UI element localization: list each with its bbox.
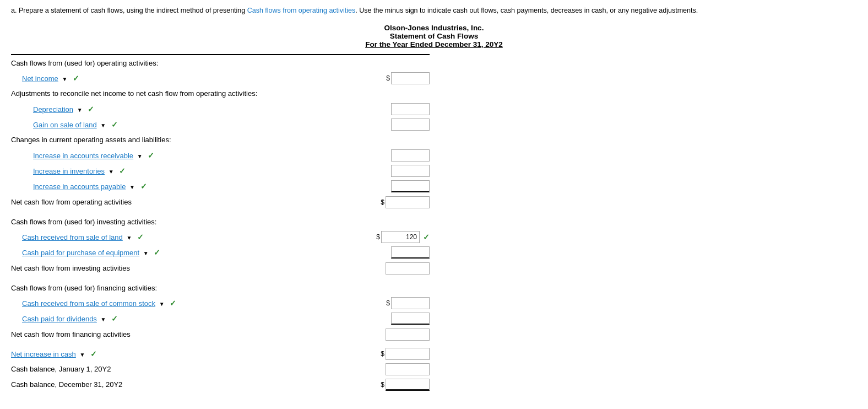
ap-check: ✓ (140, 182, 147, 191)
stock-check: ✓ (170, 299, 176, 308)
stock-input[interactable] (391, 297, 430, 309)
net-increase-dropdown[interactable]: ▼ (79, 352, 85, 358)
balance-jan-input[interactable] (386, 363, 430, 375)
land-sale-dropdown[interactable]: ▼ (126, 235, 132, 241)
net-financing-input-wrapper (369, 329, 430, 341)
dividends-input[interactable] (391, 313, 430, 325)
net-increase-link[interactable]: Net increase in cash (11, 350, 76, 358)
stock-input-wrapper: $ (375, 297, 430, 309)
gain-link[interactable]: Gain on sale of land (33, 121, 97, 129)
inv-input[interactable] (391, 165, 430, 177)
gain-arrow: ▼ (100, 122, 106, 128)
adjustments-label: Adjustments to reconcile net income to n… (11, 89, 430, 98)
net-financing-label: Net cash flow from financing activities (11, 330, 308, 338)
ar-link[interactable]: Increase in accounts receivable (33, 152, 133, 160)
inv-row: Increase in inventories ▼ ✓ (11, 163, 430, 179)
balance-jan-input-wrapper (369, 363, 430, 375)
net-income-label-wrapper: Net income ▼ ✓ (22, 74, 375, 83)
net-income-input-wrapper: $ (375, 72, 430, 84)
land-sale-link[interactable]: Cash received from sale of land (22, 233, 123, 241)
land-sale-value-check: ✓ (423, 233, 430, 241)
ap-label-wrapper: Increase in accounts payable ▼ ✓ (33, 182, 375, 191)
ar-arrow: ▼ (137, 153, 143, 159)
operating-title: Cash flows from (used for) operating act… (11, 59, 430, 67)
stock-arrow: ▼ (159, 301, 165, 307)
inv-link[interactable]: Increase in inventories (33, 167, 105, 175)
gain-dropdown[interactable]: ▼ (100, 122, 106, 128)
net-increase-arrow: ▼ (79, 352, 85, 358)
balance-dec-row: Cash balance, December 31, 20Y2 $ (11, 377, 430, 392)
balance-jan-row: Cash balance, January 1, 20Y2 (11, 362, 430, 377)
company-header: Olson-Jones Industries, Inc. Statement o… (11, 24, 857, 49)
land-sale-arrow: ▼ (126, 235, 132, 241)
gain-input[interactable] (391, 119, 430, 131)
net-increase-check: ✓ (90, 349, 97, 358)
inv-arrow: ▼ (109, 169, 114, 175)
land-sale-row: Cash received from sale of land ▼ ✓ $ ✓ (11, 229, 430, 245)
instruction: a. Prepare a statement of cash flows, us… (11, 6, 857, 16)
net-operating-input-wrapper: $ (369, 196, 430, 208)
balance-dec-input-wrapper: $ (369, 379, 430, 391)
financing-header: Cash flows from (used for) financing act… (11, 280, 430, 295)
equip-input-wrapper (375, 246, 430, 259)
depreciation-dropdown[interactable]: ▼ (77, 107, 83, 113)
net-income-link[interactable]: Net income (22, 74, 58, 83)
dividends-input-wrapper (375, 313, 430, 325)
net-investing-input-wrapper (369, 262, 430, 275)
net-operating-input[interactable] (386, 196, 430, 208)
stock-row: Cash received from sale of common stock … (11, 295, 430, 311)
ar-input[interactable] (391, 149, 430, 162)
net-income-arrow: ▼ (62, 76, 67, 82)
net-income-input[interactable] (391, 72, 430, 84)
equip-link[interactable]: Cash paid for purchase of equipment (22, 249, 139, 257)
inv-label-wrapper: Increase in inventories ▼ ✓ (33, 166, 375, 175)
ap-link[interactable]: Increase in accounts payable (33, 182, 126, 191)
ap-dropdown[interactable]: ▼ (129, 184, 135, 190)
ar-label-wrapper: Increase in accounts receivable ▼ ✓ (33, 151, 375, 160)
depreciation-input-wrapper (375, 103, 430, 115)
dividends-check: ✓ (111, 314, 118, 323)
adjustments-header: Adjustments to reconcile net income to n… (11, 86, 430, 101)
net-investing-label: Net cash flow from investing activities (11, 264, 308, 272)
stock-link[interactable]: Cash received from sale of common stock (22, 299, 155, 308)
net-investing-row: Net cash flow from investing activities (11, 260, 430, 277)
equip-dropdown[interactable]: ▼ (143, 250, 149, 256)
depreciation-link[interactable]: Depreciation (33, 105, 73, 114)
equip-arrow: ▼ (143, 250, 149, 256)
land-sale-input[interactable] (381, 231, 420, 243)
changes-label: Changes in current operating assets and … (11, 136, 430, 144)
dividends-arrow: ▼ (100, 316, 106, 322)
ar-dropdown[interactable]: ▼ (137, 153, 143, 159)
stock-dropdown[interactable]: ▼ (159, 301, 165, 307)
net-increase-input[interactable] (386, 348, 430, 360)
balance-jan-label: Cash balance, January 1, 20Y2 (11, 365, 308, 373)
dividends-link[interactable]: Cash paid for dividends (22, 315, 97, 323)
net-income-row: Net income ▼ ✓ $ (11, 71, 430, 86)
operating-header: Cash flows from (used for) operating act… (11, 55, 430, 71)
ap-row: Increase in accounts payable ▼ ✓ (11, 179, 430, 194)
net-income-dropdown[interactable]: ▼ (61, 76, 67, 82)
gain-row: Gain on sale of land ▼ ✓ (11, 117, 430, 132)
depreciation-input[interactable] (391, 103, 430, 115)
net-financing-input[interactable] (386, 329, 430, 341)
changes-header: Changes in current operating assets and … (11, 132, 430, 148)
depreciation-check: ✓ (88, 105, 94, 114)
land-sale-label-wrapper: Cash received from sale of land ▼ ✓ (22, 233, 365, 241)
net-investing-input[interactable] (386, 262, 430, 275)
statement-title: Statement of Cash Flows (11, 32, 857, 40)
period: For the Year Ended December 31, 20Y2 (11, 40, 857, 49)
balance-dec-input[interactable] (386, 379, 430, 391)
depreciation-row: Depreciation ▼ ✓ (11, 101, 430, 117)
inv-dropdown[interactable]: ▼ (108, 169, 114, 175)
gain-label-wrapper: Gain on sale of land ▼ ✓ (33, 120, 375, 129)
company-name: Olson-Jones Industries, Inc. (11, 24, 857, 32)
depreciation-label-wrapper: Depreciation ▼ ✓ (33, 105, 375, 114)
equip-input[interactable] (391, 246, 430, 259)
gain-input-wrapper (375, 119, 430, 131)
net-increase-row: Net increase in cash ▼ ✓ $ (11, 346, 430, 362)
net-financing-row: Net cash flow from financing activities (11, 326, 430, 343)
ap-input[interactable] (391, 180, 430, 192)
equip-row: Cash paid for purchase of equipment ▼ ✓ (11, 245, 430, 260)
dividends-dropdown[interactable]: ▼ (100, 316, 106, 322)
dividends-row: Cash paid for dividends ▼ ✓ (11, 311, 430, 326)
